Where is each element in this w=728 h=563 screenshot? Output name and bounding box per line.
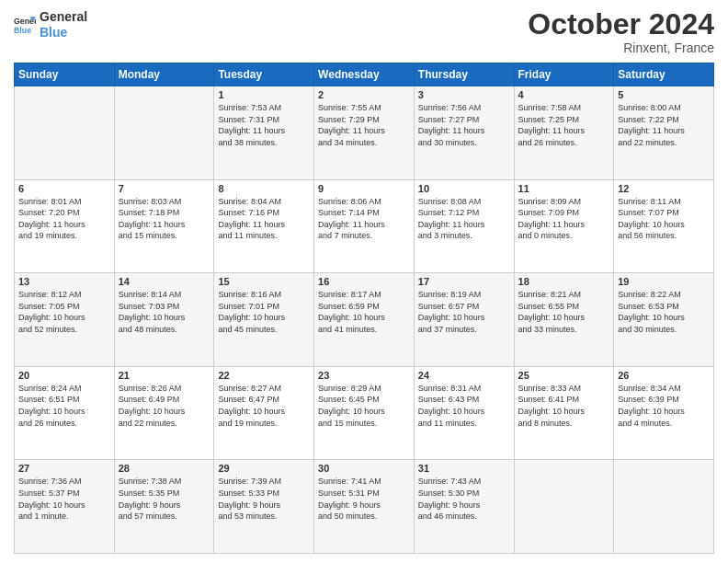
calendar-cell: 9Sunrise: 8:06 AM Sunset: 7:14 PM Daylig… [314,179,415,273]
day-info: Sunrise: 8:33 AM Sunset: 6:41 PM Dayligh… [518,383,610,429]
day-header-monday: Monday [114,63,214,86]
day-info: Sunrise: 8:26 AM Sunset: 6:49 PM Dayligh… [119,383,210,429]
calendar-cell: 31Sunrise: 7:43 AM Sunset: 5:30 PM Dayli… [414,460,514,554]
day-info: Sunrise: 7:56 AM Sunset: 7:27 PM Dayligh… [418,102,510,148]
calendar-cell: 17Sunrise: 8:19 AM Sunset: 6:57 PM Dayli… [414,273,514,367]
page: General Blue General Blue October 2024 R… [0,0,728,563]
day-number: 23 [318,370,410,381]
day-number: 16 [318,276,410,287]
day-number: 29 [218,463,310,474]
calendar-cell [514,460,614,554]
calendar-cell: 16Sunrise: 8:17 AM Sunset: 6:59 PM Dayli… [314,273,415,367]
day-number: 30 [318,463,410,474]
day-info: Sunrise: 7:38 AM Sunset: 5:35 PM Dayligh… [119,476,210,522]
day-info: Sunrise: 8:24 AM Sunset: 6:51 PM Dayligh… [18,383,110,429]
week-row-3: 13Sunrise: 8:12 AM Sunset: 7:05 PM Dayli… [15,273,714,367]
day-number: 28 [119,463,210,474]
day-info: Sunrise: 7:53 AM Sunset: 7:31 PM Dayligh… [218,102,310,148]
calendar-cell: 5Sunrise: 8:00 AM Sunset: 7:22 PM Daylig… [614,86,714,180]
day-info: Sunrise: 8:03 AM Sunset: 7:18 PM Dayligh… [119,196,210,242]
calendar-cell: 7Sunrise: 8:03 AM Sunset: 7:18 PM Daylig… [114,179,214,273]
calendar-cell: 4Sunrise: 7:58 AM Sunset: 7:25 PM Daylig… [514,86,614,180]
day-header-tuesday: Tuesday [214,63,314,86]
svg-text:Blue: Blue [14,26,31,35]
logo-blue: Blue [40,25,87,40]
calendar-cell: 8Sunrise: 8:04 AM Sunset: 7:16 PM Daylig… [214,179,314,273]
day-info: Sunrise: 8:08 AM Sunset: 7:12 PM Dayligh… [418,196,510,242]
day-info: Sunrise: 7:43 AM Sunset: 5:30 PM Dayligh… [418,476,510,522]
header-right: October 2024 Rinxent, France [528,9,714,55]
day-info: Sunrise: 8:09 AM Sunset: 7:09 PM Dayligh… [518,196,610,242]
day-number: 8 [218,183,310,194]
calendar-cell: 23Sunrise: 8:29 AM Sunset: 6:45 PM Dayli… [314,366,415,460]
day-info: Sunrise: 8:11 AM Sunset: 7:07 PM Dayligh… [618,196,710,242]
day-header-sunday: Sunday [15,63,115,86]
calendar-cell: 21Sunrise: 8:26 AM Sunset: 6:49 PM Dayli… [114,366,214,460]
calendar-cell: 19Sunrise: 8:22 AM Sunset: 6:53 PM Dayli… [614,273,714,367]
day-header-wednesday: Wednesday [314,63,415,86]
day-number: 24 [418,370,510,381]
day-number: 4 [518,89,610,100]
day-number: 7 [119,183,210,194]
day-number: 31 [418,463,510,474]
day-number: 27 [18,463,110,474]
calendar-cell: 14Sunrise: 8:14 AM Sunset: 7:03 PM Dayli… [114,273,214,367]
day-info: Sunrise: 8:31 AM Sunset: 6:43 PM Dayligh… [418,383,510,429]
day-info: Sunrise: 7:39 AM Sunset: 5:33 PM Dayligh… [218,476,310,522]
day-number: 5 [618,89,710,100]
day-info: Sunrise: 7:58 AM Sunset: 7:25 PM Dayligh… [518,102,610,148]
week-row-4: 20Sunrise: 8:24 AM Sunset: 6:51 PM Dayli… [15,366,714,460]
location: Rinxent, France [528,40,714,55]
calendar-cell: 12Sunrise: 8:11 AM Sunset: 7:07 PM Dayli… [614,179,714,273]
day-info: Sunrise: 8:21 AM Sunset: 6:55 PM Dayligh… [518,289,610,335]
calendar-cell: 2Sunrise: 7:55 AM Sunset: 7:29 PM Daylig… [314,86,415,180]
day-number: 21 [119,370,210,381]
day-number: 12 [618,183,710,194]
day-info: Sunrise: 8:29 AM Sunset: 6:45 PM Dayligh… [318,383,410,429]
day-number: 1 [218,89,310,100]
day-number: 18 [518,276,610,287]
day-info: Sunrise: 8:14 AM Sunset: 7:03 PM Dayligh… [119,289,210,335]
day-info: Sunrise: 7:55 AM Sunset: 7:29 PM Dayligh… [318,102,410,148]
day-header-thursday: Thursday [414,63,514,86]
day-info: Sunrise: 8:34 AM Sunset: 6:39 PM Dayligh… [618,383,710,429]
day-info: Sunrise: 8:12 AM Sunset: 7:05 PM Dayligh… [18,289,110,335]
day-number: 26 [618,370,710,381]
day-number: 25 [518,370,610,381]
week-row-1: 1Sunrise: 7:53 AM Sunset: 7:31 PM Daylig… [15,86,714,180]
day-number: 6 [18,183,110,194]
day-number: 9 [318,183,410,194]
calendar-cell: 13Sunrise: 8:12 AM Sunset: 7:05 PM Dayli… [15,273,115,367]
calendar-cell: 1Sunrise: 7:53 AM Sunset: 7:31 PM Daylig… [214,86,314,180]
day-info: Sunrise: 7:36 AM Sunset: 5:37 PM Dayligh… [18,476,110,522]
calendar-cell: 22Sunrise: 8:27 AM Sunset: 6:47 PM Dayli… [214,366,314,460]
day-info: Sunrise: 8:16 AM Sunset: 7:01 PM Dayligh… [218,289,310,335]
day-number: 19 [618,276,710,287]
day-number: 11 [518,183,610,194]
week-row-2: 6Sunrise: 8:01 AM Sunset: 7:20 PM Daylig… [15,179,714,273]
day-info: Sunrise: 8:27 AM Sunset: 6:47 PM Dayligh… [218,383,310,429]
day-info: Sunrise: 8:04 AM Sunset: 7:16 PM Dayligh… [218,196,310,242]
calendar-cell: 24Sunrise: 8:31 AM Sunset: 6:43 PM Dayli… [414,366,514,460]
day-info: Sunrise: 8:17 AM Sunset: 6:59 PM Dayligh… [318,289,410,335]
calendar-cell [614,460,714,554]
calendar-cell: 28Sunrise: 7:38 AM Sunset: 5:35 PM Dayli… [114,460,214,554]
calendar-cell: 15Sunrise: 8:16 AM Sunset: 7:01 PM Dayli… [214,273,314,367]
calendar-cell [15,86,115,180]
header: General Blue General Blue October 2024 R… [14,9,714,55]
calendar-cell: 11Sunrise: 8:09 AM Sunset: 7:09 PM Dayli… [514,179,614,273]
calendar-cell: 6Sunrise: 8:01 AM Sunset: 7:20 PM Daylig… [15,179,115,273]
day-info: Sunrise: 8:22 AM Sunset: 6:53 PM Dayligh… [618,289,710,335]
calendar-cell: 10Sunrise: 8:08 AM Sunset: 7:12 PM Dayli… [414,179,514,273]
calendar-cell: 20Sunrise: 8:24 AM Sunset: 6:51 PM Dayli… [15,366,115,460]
day-number: 17 [418,276,510,287]
calendar-cell [114,86,214,180]
day-info: Sunrise: 8:00 AM Sunset: 7:22 PM Dayligh… [618,102,710,148]
day-info: Sunrise: 8:06 AM Sunset: 7:14 PM Dayligh… [318,196,410,242]
calendar-cell: 26Sunrise: 8:34 AM Sunset: 6:39 PM Dayli… [614,366,714,460]
calendar-cell: 18Sunrise: 8:21 AM Sunset: 6:55 PM Dayli… [514,273,614,367]
logo-general: General [40,9,87,25]
day-header-saturday: Saturday [614,63,714,86]
day-number: 3 [418,89,510,100]
calendar-cell: 25Sunrise: 8:33 AM Sunset: 6:41 PM Dayli… [514,366,614,460]
